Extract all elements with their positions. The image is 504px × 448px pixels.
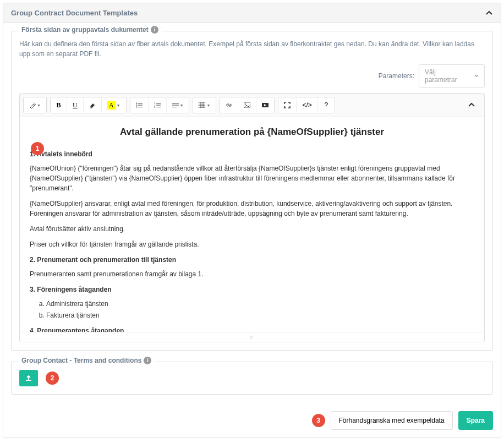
fieldset-legend-2: Group Contact - Terms and conditions i [18, 357, 155, 364]
annotation-badge-1: 1 [31, 142, 44, 155]
section-description: Här kan du definera den första sidan av … [19, 39, 485, 59]
collapse-icon[interactable] [485, 9, 493, 17]
style-button[interactable]: ▼ [24, 97, 46, 113]
table-button[interactable]: ▼ [193, 97, 216, 113]
parameters-row: Parameters: Välj parametrar [19, 64, 485, 88]
svg-rect-1 [138, 103, 143, 103]
svg-point-20 [245, 103, 246, 105]
svg-rect-11 [156, 107, 161, 107]
doc-h1: 1. Avtalets innebörd [30, 149, 474, 159]
main-panel: Group Contract Document Templates Första… [3, 3, 501, 438]
upload-button[interactable] [19, 370, 38, 386]
doc-h4: 4. Prenumerantens åtaganden [30, 326, 474, 332]
panel-header: Group Contract Document Templates [3, 3, 501, 23]
rich-text-editor: ▼ B U A▼ [19, 93, 485, 342]
link-button[interactable] [220, 97, 238, 113]
doc-p1: {NameOfUnion} ("föreningen") åtar sig på… [30, 163, 474, 193]
parameters-select[interactable]: Välj parametrar [419, 64, 485, 88]
parameters-label: Parameters: [379, 72, 414, 80]
code-view-button[interactable]: </> [297, 97, 317, 113]
svg-rect-5 [138, 107, 143, 107]
ol-button[interactable]: 123 [149, 97, 167, 113]
footer-actions: 3 Förhandsgranska med exempeldata Spara [11, 406, 493, 430]
info-icon[interactable]: i [151, 26, 158, 34]
ul-button[interactable] [130, 97, 149, 113]
preview-button[interactable]: Förhandsgranska med exempeldata [331, 411, 453, 430]
video-button[interactable] [256, 97, 274, 113]
svg-point-0 [136, 103, 137, 104]
editor-toolbar: ▼ B U A▼ [20, 94, 484, 117]
doc-p5: Prenumeranten samt prenumerationen framg… [30, 269, 474, 279]
doc-title: Avtal gällande prenumeration på {NameOfS… [30, 125, 474, 139]
doc-list-3: Administrera tjänsten Fakturera tjänsten [46, 299, 474, 320]
help-button[interactable]: ? [318, 97, 335, 113]
clear-format-button[interactable] [84, 97, 102, 113]
doc-h2: 2. Prenumerant och prenumeration till tj… [30, 255, 474, 265]
svg-point-2 [136, 105, 137, 106]
panel-body: Första sidan av gruppavtals dukumentet i… [3, 23, 501, 438]
doc-p3: Avtal förutsätter aktiv anslutning. [30, 224, 474, 234]
chevron-down-icon [474, 74, 479, 78]
font-color-button[interactable]: A▼ [102, 97, 126, 113]
toolbar-collapse-icon[interactable] [462, 98, 481, 112]
bold-button[interactable]: B [51, 97, 67, 113]
annotation-badge-3: 3 [312, 414, 325, 427]
underline-button[interactable]: U [67, 97, 84, 113]
svg-rect-12 [172, 103, 179, 103]
svg-rect-3 [138, 105, 143, 106]
first-page-fieldset: Första sidan av gruppavtals dukumentet i… [11, 31, 493, 351]
info-icon[interactable]: i [144, 357, 151, 364]
image-button[interactable] [238, 97, 256, 113]
fieldset-legend-1: Första sidan av gruppavtals dukumentet i [18, 26, 162, 34]
doc-p4: Priser och villkor för tjänsten framgår … [30, 239, 474, 249]
panel-title: Group Contract Document Templates [11, 9, 138, 17]
svg-text:3: 3 [154, 106, 156, 108]
annotation-badge-2: 2 [46, 371, 59, 385]
doc-h3: 3. Föreningens åtaganden [30, 285, 474, 294]
svg-rect-9 [156, 105, 161, 106]
svg-point-4 [136, 107, 137, 108]
resize-handle[interactable]: ≡ [20, 332, 484, 342]
svg-rect-13 [172, 105, 179, 106]
svg-rect-14 [172, 107, 177, 107]
editor-content-area[interactable]: 1 Avtal gällande prenumeration på {NameO… [20, 117, 484, 332]
doc-p2: {NameOfSupplier} ansvarar, enligt avtal … [30, 199, 474, 218]
save-button[interactable]: Spara [458, 411, 493, 430]
paragraph-button[interactable]: ▼ [167, 97, 189, 113]
terms-fieldset: Group Contact - Terms and conditions i 2 [11, 362, 493, 395]
fullscreen-button[interactable] [278, 97, 297, 113]
svg-rect-7 [156, 103, 161, 103]
